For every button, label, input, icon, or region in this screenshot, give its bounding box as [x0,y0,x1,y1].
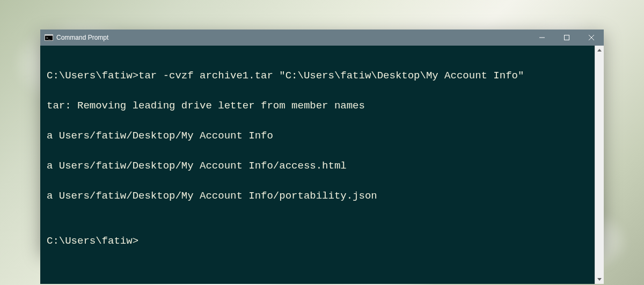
command-prompt-icon: >_ [45,33,53,42]
maximize-button[interactable] [554,30,579,46]
command-prompt-window: >_ Command Prompt C:\Users\fatiw>tar -cv… [40,30,604,252]
scroll-down-button[interactable] [595,275,604,284]
terminal-line: tar: Removing leading drive letter from … [47,98,589,113]
svg-text:>_: >_ [46,36,50,40]
terminal-line: a Users/fatiw/Desktop/My Account Info/ac… [47,158,589,173]
terminal-line: a Users/fatiw/Desktop/My Account Info/po… [47,188,589,203]
terminal-line: C:\Users\fatiw> [47,233,589,249]
terminal-output[interactable]: C:\Users\fatiw>tar -cvzf archive1.tar "C… [40,46,595,284]
vertical-scrollbar[interactable] [595,46,604,284]
minimize-button[interactable] [530,30,554,46]
prompt: C:\Users\fatiw> [47,235,138,247]
terminal-line: C:\Users\fatiw>tar -cvzf archive1.tar "C… [47,68,589,83]
client-area: C:\Users\fatiw>tar -cvzf archive1.tar "C… [40,46,604,284]
svg-rect-4 [565,35,569,40]
svg-marker-8 [597,278,602,281]
window-title: Command Prompt [56,34,108,41]
scroll-track[interactable] [595,55,604,275]
command-text: tar -cvzf archive1.tar "C:\Users\fatiw\D… [138,70,524,82]
titlebar[interactable]: >_ Command Prompt [40,30,604,46]
terminal-line: a Users/fatiw/Desktop/My Account Info [47,128,589,143]
svg-marker-7 [597,49,602,52]
close-button[interactable] [579,30,604,46]
prompt: C:\Users\fatiw> [47,70,138,82]
scroll-up-button[interactable] [595,46,604,55]
